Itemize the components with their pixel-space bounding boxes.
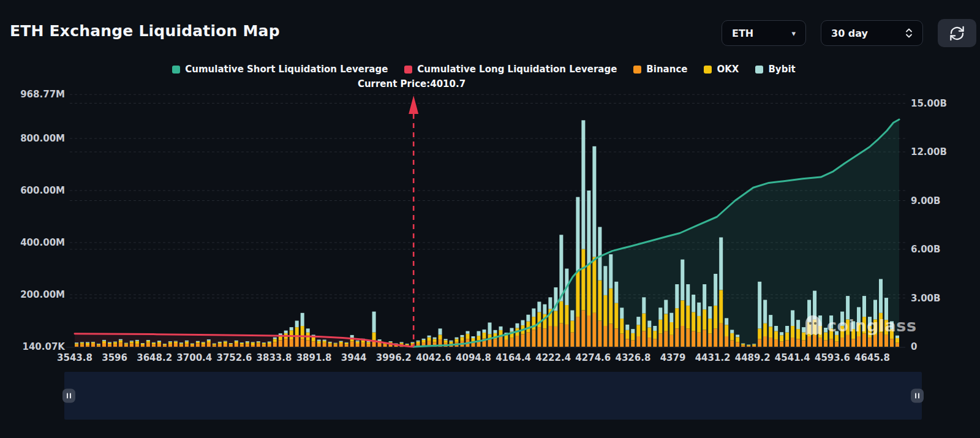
range-slider[interactable] (64, 372, 922, 420)
svg-text:4489.2: 4489.2 (735, 352, 771, 363)
svg-text:4593.6: 4593.6 (815, 352, 850, 363)
svg-text:3700.4: 3700.4 (176, 352, 212, 363)
liquidation-map-panel: ETH Exchange Liquidation Map ETH ▾ 30 da… (0, 0, 980, 438)
svg-text:9.00B: 9.00B (911, 195, 940, 206)
svg-text:3752.6: 3752.6 (216, 352, 252, 363)
svg-text:15.00B: 15.00B (911, 98, 947, 109)
svg-text:3648.2: 3648.2 (137, 352, 172, 363)
svg-text:140.07K: 140.07K (22, 341, 66, 352)
svg-text:600.00M: 600.00M (20, 185, 65, 196)
svg-text:3833.8: 3833.8 (257, 352, 292, 363)
slider-handle-left[interactable] (62, 389, 75, 403)
svg-text:4645.8: 4645.8 (854, 352, 890, 363)
svg-text:4164.4: 4164.4 (496, 352, 531, 363)
svg-text:12.00B: 12.00B (911, 146, 947, 157)
svg-text:4222.4: 4222.4 (535, 352, 571, 363)
svg-text:4094.8: 4094.8 (456, 352, 491, 363)
svg-text:3543.8: 3543.8 (57, 352, 92, 363)
svg-text:968.77M: 968.77M (20, 89, 65, 100)
svg-text:0: 0 (911, 341, 917, 352)
svg-text:800.00M: 800.00M (20, 133, 65, 144)
svg-text:400.00M: 400.00M (20, 237, 65, 248)
svg-text:6.00B: 6.00B (911, 244, 940, 255)
svg-text:4379: 4379 (660, 352, 686, 363)
slider-handle-right[interactable] (911, 389, 924, 403)
svg-text:4042.6: 4042.6 (416, 352, 451, 363)
svg-text:4431.2: 4431.2 (695, 352, 731, 363)
svg-text:4541.4: 4541.4 (775, 352, 810, 363)
svg-text:3891.8: 3891.8 (296, 352, 332, 363)
svg-text:200.00M: 200.00M (20, 289, 65, 300)
svg-text:3596: 3596 (102, 352, 127, 363)
svg-text:3944: 3944 (341, 352, 367, 363)
svg-text:4274.6: 4274.6 (575, 352, 611, 363)
svg-text:3.00B: 3.00B (911, 293, 940, 304)
svg-text:3996.2: 3996.2 (376, 352, 412, 363)
svg-text:4326.8: 4326.8 (615, 352, 650, 363)
